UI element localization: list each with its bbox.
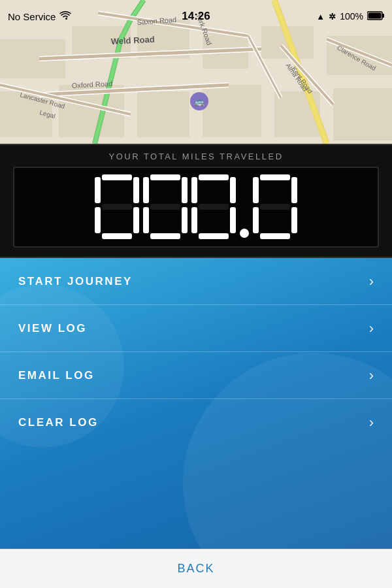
start-journey-label: START JOURNEY <box>18 275 133 288</box>
start-journey-item[interactable]: START JOURNEY › <box>0 258 392 305</box>
back-button[interactable]: BACK <box>177 562 214 576</box>
email-log-label: EMAIL LOG <box>18 369 95 382</box>
svg-rect-13 <box>203 85 261 137</box>
view-log-item[interactable]: VIEW LOG › <box>0 305 392 352</box>
status-bar: No Service 14:26 ▲ ✲ 100% <box>0 0 392 33</box>
email-log-item[interactable]: EMAIL LOG › <box>0 352 392 399</box>
digit-4 <box>253 174 297 240</box>
svg-rect-15 <box>333 88 392 140</box>
decimal-point <box>240 229 249 238</box>
odometer-section: YOUR TOTAL MILES TRAVELLED <box>0 144 392 258</box>
view-log-label: VIEW LOG <box>18 322 87 335</box>
view-log-chevron: › <box>369 320 374 337</box>
time-display: 14:26 <box>182 10 210 23</box>
svg-rect-2 <box>368 12 382 18</box>
battery-percent: 100% <box>340 11 363 22</box>
location-icon: ▲ <box>316 12 325 22</box>
svg-rect-1 <box>382 14 384 18</box>
odometer-label: YOUR TOTAL MILES TRAVELLED <box>13 152 379 161</box>
digit-1 <box>95 174 139 240</box>
odometer-display <box>13 167 379 248</box>
digit-2 <box>143 174 188 240</box>
carrier-text: No Service <box>8 11 56 22</box>
svg-text:🚌: 🚌 <box>194 96 205 107</box>
digit-3 <box>191 174 236 240</box>
clear-log-item[interactable]: CLEAR LOG › <box>0 399 392 446</box>
menu-section: START JOURNEY › VIEW LOG › EMAIL LOG › C… <box>0 258 392 549</box>
svg-rect-12 <box>137 91 189 137</box>
wifi-icon <box>59 11 71 22</box>
bluetooth-icon: ✲ <box>329 12 336 22</box>
clear-log-label: CLEAR LOG <box>18 416 99 429</box>
battery-icon <box>367 11 384 22</box>
email-log-chevron: › <box>369 367 374 384</box>
clear-log-chevron: › <box>369 414 374 431</box>
start-journey-chevron: › <box>369 273 374 290</box>
back-section: BACK <box>0 549 392 588</box>
